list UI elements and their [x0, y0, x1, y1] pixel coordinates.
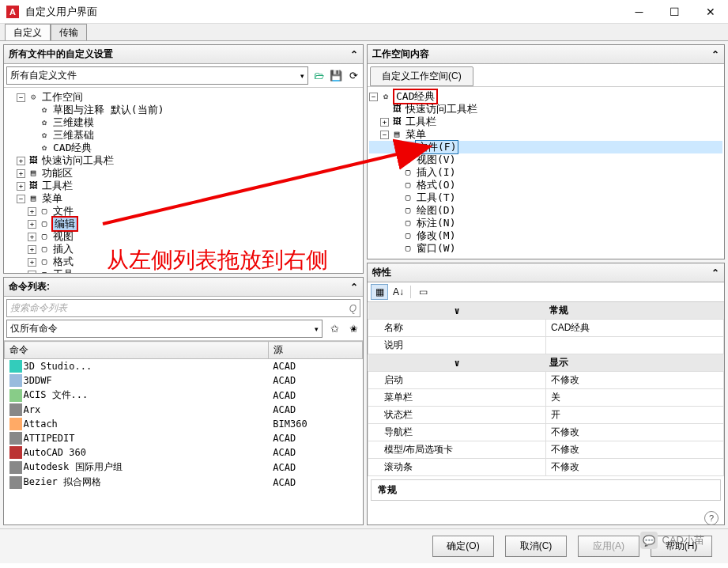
workspace-tree-body[interactable]: −✿CAD经典 🖽快速访问工具栏 +🖽工具栏 −▤菜单 ▢文件(F) ▢视图(V… [368, 86, 724, 259]
tree-label[interactable]: 修改(M) [415, 229, 457, 242]
tree-label-edit[interactable]: 编辑 [51, 216, 78, 232]
tree-label[interactable]: CAD经典 [51, 142, 93, 154]
tree-label[interactable]: 视图 [51, 230, 75, 243]
cancel-button[interactable]: 取消(C) [505, 536, 567, 557]
col-command[interactable]: 命令 [5, 342, 269, 359]
props-page-icon[interactable]: ▭ [414, 284, 432, 300]
table-row[interactable]: 名称CAD经典 [368, 320, 724, 337]
prop-value[interactable]: 关 [546, 389, 724, 407]
tree-label-root[interactable]: CAD经典 [393, 89, 438, 104]
table-row[interactable]: Bezier 拟合网格ACAD [5, 475, 363, 490]
tree-label[interactable]: 窗口(W) [415, 242, 457, 255]
expand-toggle[interactable]: + [28, 233, 36, 241]
expand-toggle[interactable]: + [28, 271, 36, 274]
tree-label[interactable]: 工具栏 [40, 180, 74, 192]
ok-button[interactable]: 确定(O) [432, 536, 494, 557]
collapse-icon[interactable]: ⌃ [350, 282, 358, 293]
tree-label[interactable]: 格式 [51, 256, 75, 268]
prop-value[interactable] [546, 337, 724, 354]
tree-label[interactable]: 快速访问工具栏 [404, 103, 479, 115]
tree-label[interactable]: 三维建模 [51, 116, 96, 129]
tree-label[interactable]: 插入 [51, 243, 75, 256]
tree-label[interactable]: 插入(I) [415, 166, 457, 179]
tab-customize[interactable]: 自定义 [5, 24, 51, 40]
table-row[interactable]: 3D Studio...ACAD [5, 359, 363, 374]
tree-label[interactable]: 菜单 [404, 128, 428, 141]
table-row[interactable]: 导航栏不修改 [368, 424, 724, 441]
collapse-icon[interactable]: ⌃ [711, 49, 719, 60]
expand-toggle[interactable]: − [369, 93, 378, 101]
expand-toggle[interactable]: − [380, 131, 389, 139]
expand-toggle[interactable]: ∨ [368, 354, 546, 372]
tree-label[interactable]: 工作空间 [40, 91, 85, 104]
table-row[interactable]: 3DDWFACAD [5, 373, 363, 388]
tab-customize-workspace[interactable]: 自定义工作空间(C) [370, 66, 473, 86]
expand-toggle[interactable]: ∨ [368, 302, 546, 320]
tree-label[interactable]: 功能区 [40, 167, 74, 180]
alphabetical-view-icon[interactable]: A↓ [390, 284, 407, 300]
prop-value[interactable]: 不修改 [546, 424, 724, 441]
star-icon[interactable]: ✩ [327, 322, 341, 336]
command-table-wrap[interactable]: 命令 源 3D Studio...ACAD3DDWFACADACIS 文件...… [4, 340, 363, 524]
tree-label[interactable]: 视图(V) [415, 153, 457, 166]
tree-label[interactable]: 草图与注释 默认(当前) [51, 104, 165, 116]
customization-file-dropdown[interactable]: 所有自定义文件 ▾ [6, 66, 308, 85]
expand-toggle[interactable]: − [17, 195, 25, 203]
clear-icon[interactable]: Q [349, 303, 356, 314]
expand-toggle[interactable]: + [17, 157, 25, 165]
tab-transfer[interactable]: 传输 [51, 24, 87, 40]
star-add-icon[interactable]: ✬ [346, 322, 360, 336]
tree-label[interactable]: 文件(F) [415, 140, 458, 154]
expand-toggle[interactable]: + [28, 220, 36, 229]
expand-toggle[interactable]: + [28, 245, 36, 254]
col-source[interactable]: 源 [268, 342, 362, 359]
prop-value[interactable]: 开 [546, 407, 724, 424]
table-row[interactable]: ArxACAD [5, 403, 363, 417]
sync-icon[interactable]: ⟳ [346, 69, 360, 83]
maximize-button[interactable]: ☐ [657, 0, 692, 24]
prop-value[interactable]: 不修改 [546, 372, 724, 389]
tree-label[interactable]: 三维基础 [51, 129, 96, 142]
apply-button[interactable]: 应用(A) [578, 536, 639, 557]
tree-label[interactable]: 工具栏 [404, 115, 438, 128]
tree-label[interactable]: 工具 [51, 268, 75, 273]
table-row[interactable]: 说明 [368, 337, 724, 354]
open-icon[interactable]: 🗁 [311, 69, 326, 83]
tree-body[interactable]: −⚙工作空间 ✿草图与注释 默认(当前) ✿三维建模 ✿三维基础 ✿CAD经典 … [4, 88, 363, 273]
table-row[interactable]: ACIS 文件...ACAD [5, 388, 363, 403]
table-row[interactable]: Autodesk 国际用户组ACAD [5, 460, 363, 475]
tree-label[interactable]: 绘图(D) [415, 204, 457, 217]
table-row[interactable]: AttachBIM360 [5, 417, 363, 431]
table-row[interactable]: 启动不修改 [368, 372, 724, 389]
table-row[interactable]: ATTIPEDITACAD [5, 431, 363, 445]
command-search-input[interactable]: 搜索命令列表 Q [6, 299, 360, 317]
table-row[interactable]: 模型/布局选项卡不修改 [368, 441, 724, 459]
expand-toggle[interactable]: + [17, 169, 25, 178]
table-row[interactable]: 菜单栏关 [368, 389, 724, 407]
table-row[interactable]: AutoCAD 360ACAD [5, 445, 363, 460]
minimize-button[interactable]: ─ [621, 0, 657, 24]
tree-label[interactable]: 工具(T) [415, 191, 457, 204]
expand-toggle[interactable]: − [17, 93, 25, 102]
expand-toggle[interactable]: + [17, 182, 25, 191]
table-row[interactable]: 状态栏开 [368, 407, 724, 424]
help-icon[interactable]: ? [704, 511, 719, 525]
command-filter-dropdown[interactable]: 仅所有命令 ▾ [6, 320, 323, 338]
customization-tree[interactable]: −⚙工作空间 ✿草图与注释 默认(当前) ✿三维建模 ✿三维基础 ✿CAD经典 … [4, 88, 363, 273]
tree-label[interactable]: 标注(N) [415, 217, 457, 229]
expand-toggle[interactable]: + [28, 258, 36, 267]
tree-label[interactable]: 快速访问工具栏 [40, 154, 115, 167]
workspace-tree[interactable]: −✿CAD经典 🖽快速访问工具栏 +🖽工具栏 −▤菜单 ▢文件(F) ▢视图(V… [368, 87, 724, 258]
tree-label[interactable]: 菜单 [40, 192, 64, 205]
collapse-icon[interactable]: ⌃ [711, 267, 719, 278]
prop-value[interactable]: 不修改 [546, 441, 724, 459]
close-button[interactable]: ✕ [692, 0, 728, 24]
collapse-icon[interactable]: ⌃ [350, 49, 358, 60]
save-icon[interactable]: 💾 [329, 69, 343, 83]
table-row[interactable]: 滚动条不修改 [368, 459, 724, 476]
prop-value[interactable]: CAD经典 [546, 320, 724, 337]
expand-toggle[interactable]: + [28, 207, 36, 216]
prop-value[interactable]: 不修改 [546, 459, 724, 476]
expand-toggle[interactable]: + [380, 118, 389, 127]
categorized-view-icon[interactable]: ▦ [371, 284, 388, 300]
